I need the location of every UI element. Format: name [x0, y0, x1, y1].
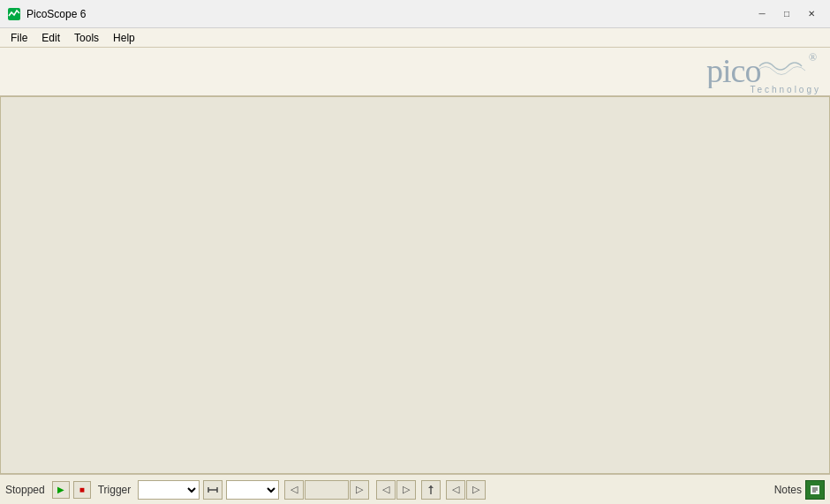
notes-label: Notes [774, 484, 802, 496]
stopped-label: Stopped [5, 484, 45, 496]
title-bar: PicoScope 6 ─ □ ✕ [0, 0, 830, 28]
logo-technology: Technology [750, 85, 821, 94]
timebase-expand-button[interactable] [203, 480, 223, 500]
zoom-next-icon: ▷ [472, 484, 479, 495]
capture-prev-icon: ◁ [382, 484, 389, 495]
logo-area: pico ® Technology [0, 48, 830, 96]
zoom-next-button[interactable]: ▷ [466, 480, 486, 500]
menu-help[interactable]: Help [106, 30, 142, 46]
minimize-button[interactable]: ─ [751, 5, 773, 23]
zoom-prev-icon: ◁ [452, 484, 459, 495]
main-display-area [0, 96, 830, 474]
notes-icon [809, 484, 821, 496]
menu-file[interactable]: File [4, 30, 34, 46]
app-icon [7, 7, 21, 21]
next-right-icon: ▷ [356, 484, 363, 495]
trigger-label: Trigger [98, 484, 132, 496]
signal-nav-center-button[interactable] [305, 480, 349, 500]
prev-left-icon: ◁ [290, 484, 298, 495]
svg-text:®: ® [809, 51, 817, 64]
pico-logo-svg: pico ® [706, 49, 821, 88]
trigger-dropdown[interactable] [138, 480, 200, 500]
svg-text:pico: pico [706, 52, 760, 88]
cursor-button[interactable] [421, 480, 441, 500]
menu-edit[interactable]: Edit [34, 30, 67, 46]
stop-button[interactable]: ■ [73, 481, 91, 499]
capture-next-icon: ▷ [403, 484, 410, 495]
signal-next-right-button[interactable]: ▷ [350, 480, 369, 500]
signal-nav-group: ◁ ▷ [284, 480, 369, 500]
capture-next-button[interactable]: ▷ [396, 480, 416, 500]
signal-prev-left-button[interactable]: ◁ [284, 480, 304, 500]
menu-bar: File Edit Tools Help [0, 28, 830, 48]
pico-logo: pico ® Technology [706, 49, 821, 94]
timebase-dropdown[interactable] [226, 480, 279, 500]
stop-icon: ■ [79, 485, 85, 494]
close-button[interactable]: ✕ [800, 5, 823, 23]
zoom-prev-button[interactable]: ◁ [446, 480, 465, 500]
notes-button[interactable] [805, 480, 825, 500]
capture-nav-group: ◁ ▷ [376, 480, 416, 500]
zoom-nav-group: ◁ ▷ [446, 480, 486, 500]
expand-icon [207, 484, 219, 496]
menu-tools[interactable]: Tools [67, 30, 106, 46]
play-button[interactable]: ▶ [52, 481, 70, 499]
cursor-icon [426, 485, 436, 495]
window-title: PicoScope 6 [26, 8, 751, 20]
play-icon: ▶ [57, 485, 64, 494]
window-controls: ─ □ ✕ [751, 5, 823, 23]
notes-area: Notes [774, 480, 825, 500]
status-bar: Stopped ▶ ■ Trigger ◁ ▷ ◁ [0, 474, 830, 504]
maximize-button[interactable]: □ [775, 5, 798, 23]
capture-prev-button[interactable]: ◁ [376, 480, 396, 500]
